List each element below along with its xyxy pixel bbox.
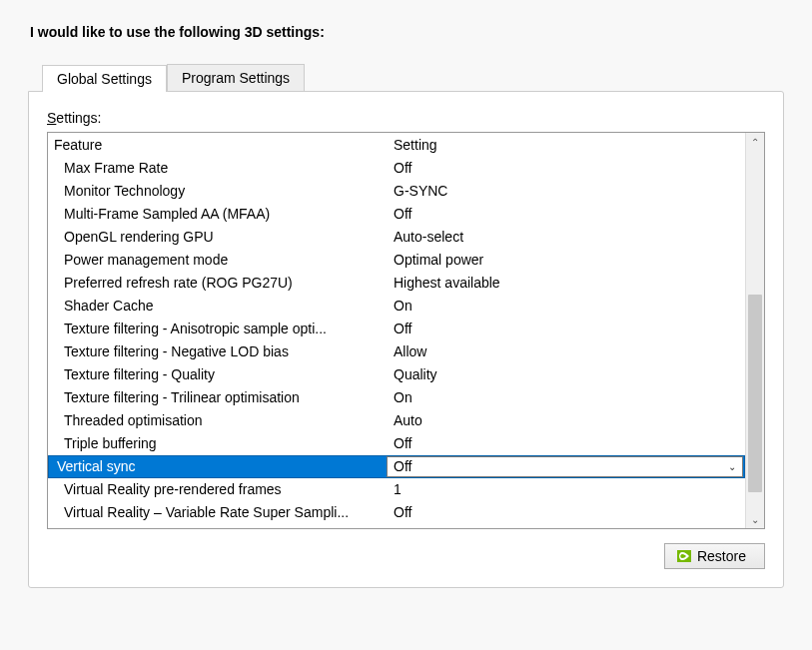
setting-cell: Off [394,501,745,524]
setting-row[interactable]: Shader CacheOn [48,295,745,318]
setting-value: Off [394,435,411,451]
setting-value: Off [394,504,411,520]
setting-cell: Quality [394,363,745,386]
setting-value: 1 [394,481,402,497]
setting-value: On [394,389,412,405]
feature-cell: Threaded optimisation [54,409,394,432]
setting-cell: On [394,295,745,318]
feature-cell: Multi-Frame Sampled AA (MFAA) [54,203,394,226]
setting-value: Quality [394,366,437,382]
column-header-feature: Feature [54,133,394,157]
tab-label: Program Settings [182,70,290,86]
settings-panel: I would like to use the following 3D set… [0,0,812,650]
feature-cell: Texture filtering - Quality [54,363,394,386]
setting-row[interactable]: Virtual Reality pre-rendered frames1 [48,478,745,501]
setting-row[interactable]: Texture filtering - Negative LOD biasAll… [48,340,745,363]
settings-grid: Feature Setting Max Frame RateOffMonitor… [47,132,765,529]
setting-row[interactable]: OpenGL rendering GPUAuto-select [48,226,745,249]
setting-value: Auto [394,412,422,428]
feature-cell: Virtual Reality – Variable Rate Super Sa… [54,501,394,524]
chevron-down-icon: ⌄ [728,457,736,476]
tab-panel: Settings: Feature Setting Max Frame Rate… [28,91,784,588]
feature-cell: OpenGL rendering GPU [54,226,394,249]
setting-row[interactable]: Vertical syncOff⌄ [48,455,745,478]
setting-value: G-SYNC [394,183,447,199]
feature-cell: Power management mode [54,249,394,272]
setting-value: Auto-select [394,229,463,245]
setting-cell: Allow [394,340,745,363]
setting-value: Highest available [394,275,500,291]
nvidia-icon [677,550,691,562]
setting-cell: Off [394,203,745,226]
feature-cell: Shader Cache [54,295,394,318]
settings-grid-viewport: Feature Setting Max Frame RateOffMonitor… [48,133,745,528]
feature-cell: Monitor Technology [54,180,394,203]
setting-row[interactable]: Texture filtering - Anisotropic sample o… [48,318,745,340]
setting-cell: Off [394,318,745,340]
settings-rows: Feature Setting Max Frame RateOffMonitor… [48,133,745,524]
setting-row[interactable]: Multi-Frame Sampled AA (MFAA)Off [48,203,745,226]
scroll-up-button[interactable]: ⌃ [746,133,764,151]
feature-cell: Vertical sync [53,455,393,478]
setting-row[interactable]: Texture filtering - QualityQuality [48,363,745,386]
feature-cell: Texture filtering - Negative LOD bias [54,340,394,363]
setting-cell: G-SYNC [394,180,745,203]
setting-cell: Auto-select [394,226,745,249]
setting-cell: Off [394,157,745,180]
page-title: I would like to use the following 3D set… [30,24,784,40]
tab-program-settings[interactable]: Program Settings [167,64,305,91]
tab-label: Global Settings [57,71,152,87]
button-bar: Restore [47,543,765,569]
vertical-scrollbar[interactable]: ⌃ ⌄ [745,133,764,528]
feature-cell: Texture filtering - Anisotropic sample o… [54,318,394,340]
setting-row[interactable]: Texture filtering - Trilinear optimisati… [48,386,745,409]
setting-row[interactable]: Max Frame RateOff [48,157,745,180]
setting-cell: Optimal power [394,249,745,272]
feature-cell: Triple buffering [54,432,394,455]
setting-cell: Off [394,432,745,455]
tab-global-settings[interactable]: Global Settings [42,65,167,92]
column-header-setting: Setting [394,133,745,157]
setting-value: Allow [394,343,426,359]
feature-cell: Max Frame Rate [54,157,394,180]
setting-cell: On [394,386,745,409]
setting-value: Off [394,160,411,176]
chevron-down-icon: ⌄ [751,514,759,525]
scroll-track[interactable] [746,151,764,510]
setting-row[interactable]: Preferred refresh rate (ROG PG27U)Highes… [48,272,745,295]
setting-value: Optimal power [394,252,483,268]
chevron-up-icon: ⌃ [751,137,759,148]
setting-dropdown[interactable]: Off⌄ [387,456,743,477]
setting-row[interactable]: Power management modeOptimal power [48,249,745,272]
setting-value: Off [394,457,411,476]
setting-cell: Auto [394,409,745,432]
settings-label: Settings: [47,110,765,126]
restore-button[interactable]: Restore [664,543,765,569]
scroll-thumb[interactable] [748,295,762,492]
setting-value: Off [394,321,411,336]
scroll-down-button[interactable]: ⌄ [746,510,764,528]
setting-row[interactable]: Triple bufferingOff [48,432,745,455]
column-headers: Feature Setting [48,133,745,157]
setting-row[interactable]: Virtual Reality – Variable Rate Super Sa… [48,501,745,524]
setting-value: On [394,298,412,314]
setting-cell: 1 [394,478,745,501]
setting-row[interactable]: Threaded optimisationAuto [48,409,745,432]
setting-cell: Highest available [394,272,745,295]
feature-cell: Texture filtering - Trilinear optimisati… [54,386,394,409]
feature-cell: Preferred refresh rate (ROG PG27U) [54,272,394,295]
setting-row[interactable]: Monitor TechnologyG-SYNC [48,180,745,203]
setting-value: Off [394,206,411,222]
restore-button-label: Restore [697,548,746,564]
tab-bar: Global Settings Program Settings [42,64,784,91]
feature-cell: Virtual Reality pre-rendered frames [54,478,394,501]
